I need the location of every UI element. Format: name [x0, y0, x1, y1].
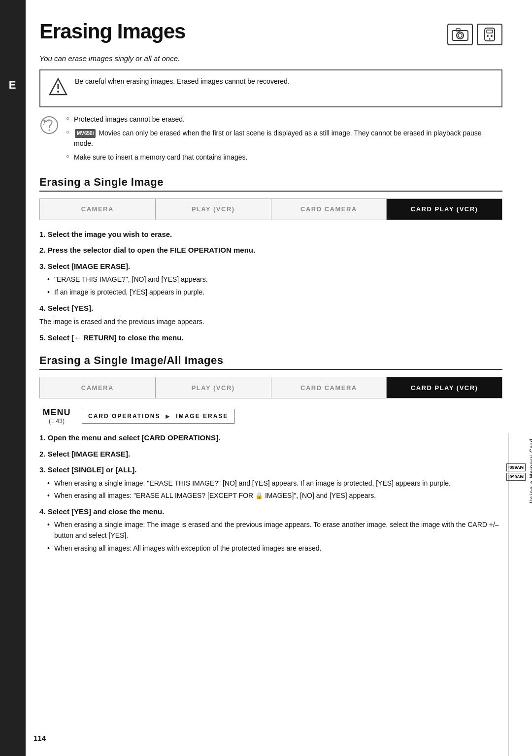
note-box: Protected images cannot be erased. MV650…	[39, 114, 502, 166]
sidebar-right: MV650i MV630i Using a Memory Card	[508, 433, 532, 756]
step-1-4: 4. Select [YES]. The image is erased and…	[39, 303, 502, 328]
note-item: Protected images cannot be erased.	[66, 114, 502, 125]
menu-path-item-1: CARD OPERATIONS	[88, 413, 160, 420]
note-item: MV650i Movies can only be erased when th…	[66, 128, 502, 149]
menu-ref: (□ 43)	[49, 418, 65, 425]
menu-label-block: MENU (□ 43)	[39, 407, 74, 425]
bullet-item: If an image is protected, [YES] appears …	[45, 287, 502, 298]
step-1-1: 1. Select the image you wish to erase.	[39, 229, 502, 240]
bullet-item: When erasing a single image: "ERASE THIS…	[45, 478, 502, 489]
mode-bar-2: CAMERA PLAY (VCR) CARD CAMERA CARD PLAY …	[39, 377, 502, 398]
svg-point-14	[49, 130, 50, 131]
step-heading: 4. Select [YES].	[39, 303, 502, 314]
step-heading: 1. Select the image you wish to erase.	[39, 229, 502, 240]
svg-point-2	[458, 33, 462, 37]
step-1-3: 3. Select [IMAGE ERASE]. "ERASE THIS IMA…	[39, 261, 502, 298]
lock-icon: 🔒	[255, 491, 263, 501]
intro-text: You can erase images singly or all at on…	[39, 54, 502, 63]
sidebar-badges: MV650i MV630i	[506, 464, 526, 481]
using-label: Using a Memory Card	[529, 438, 532, 503]
warning-text: Be careful when erasing images. Erased i…	[75, 76, 290, 87]
bullet-item: When erasing all images: "ERASE ALL IMAG…	[45, 491, 502, 501]
menu-path: CARD OPERATIONS ► IMAGE ERASE	[82, 409, 234, 424]
mode-card-play-vcr-2: CARD PLAY (VCR)	[387, 377, 502, 398]
mode-bar-1: CAMERA PLAY (VCR) CARD CAMERA CARD PLAY …	[39, 198, 502, 220]
remote-icon	[477, 24, 502, 45]
warning-icon	[48, 77, 68, 100]
section-label-e: E	[0, 0, 26, 756]
step-1-2: 2. Press the selector dial to open the F…	[39, 245, 502, 256]
sidebar-right-content: MV650i MV630i Using a Memory Card	[506, 438, 532, 503]
menu-path-arrow: ►	[164, 412, 172, 420]
mode-camera-1: CAMERA	[40, 199, 156, 220]
mode-card-camera-2: CARD CAMERA	[271, 377, 387, 398]
mode-card-camera-1: CARD CAMERA	[271, 199, 387, 220]
mv650i-badge: MV650i	[75, 129, 96, 138]
header-icons	[447, 24, 502, 45]
page: E Erasing Images	[0, 0, 532, 756]
bullet-item: When erasing all images: All images with…	[45, 543, 502, 554]
svg-line-15	[43, 123, 44, 125]
step-2-2: 2. Select [IMAGE ERASE].	[39, 449, 502, 460]
bullet-item: When erasing a single image: The image i…	[45, 520, 502, 541]
menu-box: MENU (□ 43) CARD OPERATIONS ► IMAGE ERAS…	[39, 407, 502, 425]
step-heading: 2. Press the selector dial to open the F…	[39, 245, 502, 256]
warning-box: Be careful when erasing images. Erased i…	[39, 69, 502, 107]
step-heading: 3. Select [IMAGE ERASE].	[39, 261, 502, 272]
mode-camera-2: CAMERA	[40, 377, 156, 398]
menu-path-item-2: IMAGE ERASE	[176, 413, 228, 420]
step-1-5: 5. Select [← RETURN] to close the menu.	[39, 332, 502, 344]
section1-heading: Erasing a Single Image	[39, 176, 502, 192]
step-body: The image is erased and the previous ima…	[39, 316, 502, 327]
page-title: Erasing Images	[39, 20, 185, 43]
bullet-item: "ERASE THIS IMAGE?", [NO] and [YES] appe…	[45, 274, 502, 285]
step-heading: 3. Select [SINGLE] or [ALL].	[39, 464, 502, 476]
step-heading: 5. Select [← RETURN] to close the menu.	[39, 332, 502, 344]
svg-point-1	[457, 32, 464, 39]
mode-play-vcr-1: PLAY (VCR)	[156, 199, 271, 220]
section2-heading: Erasing a Single Image/All Images	[39, 354, 502, 370]
svg-rect-5	[487, 30, 493, 33]
page-header: Erasing Images	[39, 20, 502, 45]
step-bullets: When erasing a single image: "ERASE THIS…	[45, 478, 502, 501]
svg-point-6	[487, 35, 489, 37]
step-2-3: 3. Select [SINGLE] or [ALL]. When erasin…	[39, 464, 502, 501]
step-heading: 2. Select [IMAGE ERASE].	[39, 449, 502, 460]
mode-card-play-vcr-1: CARD PLAY (VCR)	[387, 199, 502, 220]
badge-mv650i: MV650i	[506, 473, 526, 481]
menu-label: MENU	[43, 407, 71, 418]
note-list: Protected images cannot be erased. MV650…	[66, 114, 502, 166]
section-letter: E	[9, 79, 17, 92]
note-icon	[39, 115, 59, 138]
step-heading: 1. Open the menu and select [CARD OPERAT…	[39, 432, 502, 444]
step-bullets: When erasing a single image: The image i…	[45, 520, 502, 554]
step-2-1: 1. Open the menu and select [CARD OPERAT…	[39, 432, 502, 444]
mode-play-vcr-2: PLAY (VCR)	[156, 377, 271, 398]
step-bullets: "ERASE THIS IMAGE?", [NO] and [YES] appe…	[45, 274, 502, 297]
svg-point-8	[489, 38, 491, 40]
page-number: 114	[33, 734, 46, 742]
step-heading: 4. Select [YES] and close the menu.	[39, 506, 502, 518]
svg-point-11	[57, 91, 59, 93]
note-item: Make sure to insert a memory card that c…	[66, 152, 502, 163]
svg-rect-3	[456, 29, 460, 31]
badge-mv630i: MV630i	[506, 464, 526, 472]
step-2-4: 4. Select [YES] and close the menu. When…	[39, 506, 502, 554]
svg-point-7	[491, 35, 493, 37]
camera-icon	[447, 24, 473, 45]
